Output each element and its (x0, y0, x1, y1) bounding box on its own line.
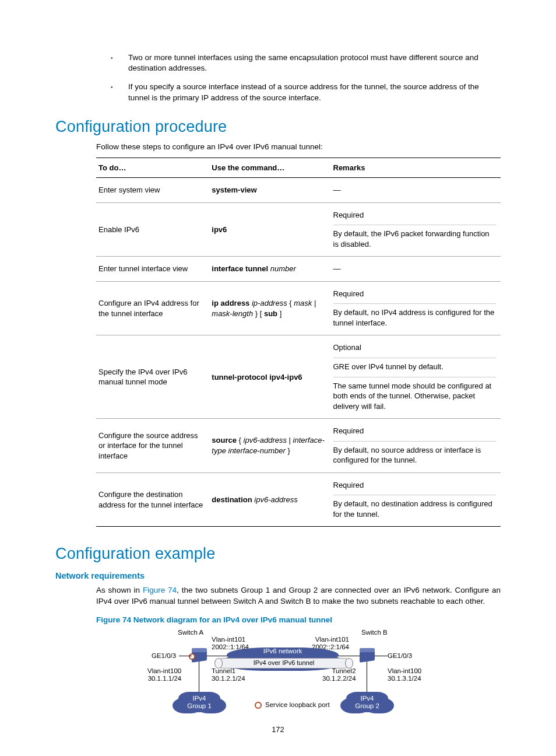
group2-label: IPv4Group 2 (350, 694, 385, 709)
cell-command: tunnel-protocol ipv4-ipv6 (209, 335, 330, 419)
table-row: Specify the IPv4 over IPv6 manual tunnel… (96, 335, 501, 419)
cell-todo: Enter system view (96, 178, 209, 203)
cell-remarks: RequiredBy default, no destination addre… (331, 473, 501, 527)
remark-text: Required (333, 286, 497, 302)
cell-todo: Configure an IPv4 address for the tunnel… (96, 281, 209, 335)
wire (336, 656, 360, 656)
table-row: Enter system viewsystem-view— (96, 178, 501, 203)
page-number: 172 (0, 724, 556, 735)
cell-command: ipv6 (209, 202, 330, 257)
bullet-item: If you specify a source interface instea… (111, 82, 501, 103)
label-tunnel2: Tunnel230.1.2.2/24 (322, 667, 356, 682)
wire (179, 656, 192, 656)
command-table: To do… Use the command… Remarks Enter sy… (96, 158, 501, 527)
remark-text: By default, no IPv4 address is configure… (333, 303, 497, 330)
wire (367, 662, 367, 692)
wire (375, 656, 388, 656)
switch-b-icon (360, 650, 375, 663)
group1-cloud: IPv4Group 1 (182, 692, 217, 712)
wire (199, 662, 199, 692)
remark-text: — (333, 261, 497, 276)
cell-command: system-view (209, 178, 330, 203)
bullet-item: Two or more tunnel interfaces using the … (111, 52, 501, 74)
remark-text: Required (333, 478, 497, 493)
cell-todo: Configure the destination address for th… (96, 473, 209, 527)
cell-todo: Configure the source address or interfac… (96, 419, 209, 473)
cell-remarks: OptionalGRE over IPv4 tunnel by default.… (331, 335, 501, 419)
group2-cloud: IPv4Group 2 (350, 692, 385, 712)
ipv6-network-label: IPv6 network (230, 648, 335, 656)
cell-remarks: RequiredBy default, no IPv4 address is c… (331, 281, 501, 335)
table-header-todo: To do… (96, 158, 209, 178)
cell-remarks: RequiredBy default, the IPv6 packet forw… (331, 202, 501, 257)
table-header-remarks: Remarks (331, 158, 501, 178)
table-row: Configure an IPv4 address for the tunnel… (96, 281, 501, 335)
table-row: Enter tunnel interface viewinterface tun… (96, 257, 501, 282)
cell-todo: Enter tunnel interface view (96, 257, 209, 282)
cell-remarks: — (331, 257, 501, 282)
cell-remarks: RequiredBy default, no source address or… (331, 419, 501, 473)
cell-command: source { ipv6-address | interface-type i… (209, 419, 330, 473)
remark-text: By default, the IPv6 packet forwarding f… (333, 225, 497, 251)
subheading-network-requirements: Network requirements (55, 570, 501, 582)
legend-text: Service loopback port (265, 701, 330, 708)
legend: Service loopback port (255, 701, 330, 709)
example-text-pre: As shown in (96, 586, 143, 594)
remark-text: — (333, 183, 497, 198)
label-ge-left: GE1/0/3 (152, 652, 176, 660)
remark-text: Required (333, 208, 497, 223)
remark-text: Optional (333, 340, 497, 355)
label-tunnel1: Tunnel130.1.2.1/24 (212, 667, 245, 682)
cell-remarks: — (331, 178, 501, 203)
table-header-command: Use the command… (209, 158, 330, 178)
label-vlan100-a: Vlan-int10030.1.1.1/24 (147, 667, 181, 682)
table-row: Enable IPv6ipv6RequiredBy default, the I… (96, 202, 501, 257)
cell-todo: Specify the IPv4 over IPv6 manual tunnel… (96, 335, 209, 419)
legend-dot-icon (255, 702, 262, 709)
remark-text: By default, no source address or interfa… (333, 441, 497, 468)
group1-label: IPv4Group 1 (182, 694, 217, 709)
cell-command: ip address ip-address { mask | mask-leng… (209, 281, 330, 335)
remark-text: Required (333, 424, 497, 439)
remark-text: The same tunnel mode should be configure… (333, 377, 497, 414)
table-row: Configure the destination address for th… (96, 473, 501, 527)
figure-caption: Figure 74 Network diagram for an IPv4 ov… (96, 615, 501, 625)
cell-command: destination ipv6-address (209, 473, 330, 527)
network-diagram: Switch A Switch B Vlan-int1012002::1:1/6… (119, 629, 446, 722)
procedure-intro: Follow these steps to configure an IPv4 … (55, 142, 501, 152)
label-switch-a: Switch A (178, 629, 203, 636)
table-row: Configure the source address or interfac… (96, 419, 501, 473)
heading-configuration-procedure: Configuration procedure (55, 116, 501, 137)
label-vlan100-b: Vlan-int10030.1.3.1/24 (388, 667, 421, 682)
figure-link[interactable]: Figure 74 (143, 586, 177, 594)
cell-todo: Enable IPv6 (96, 202, 209, 257)
label-switch-b: Switch B (361, 629, 388, 636)
cell-command: interface tunnel number (209, 257, 330, 282)
wire (207, 656, 230, 656)
remark-text: By default, no destination address is co… (333, 495, 497, 522)
remark-text: GRE over IPv4 tunnel by default. (333, 358, 497, 374)
intro-bullet-list: Two or more tunnel interfaces using the … (55, 52, 501, 103)
label-ge-right: GE1/0/3 (388, 652, 412, 660)
example-paragraph: As shown in Figure 74, the two subnets G… (55, 585, 501, 606)
heading-configuration-example: Configuration example (55, 543, 501, 564)
